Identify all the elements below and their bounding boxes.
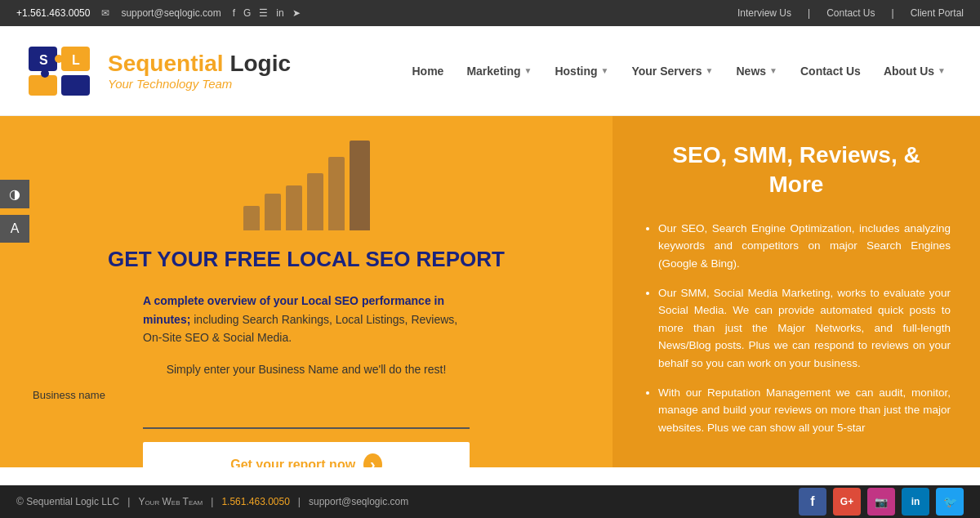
svg-text:S: S — [39, 53, 48, 67]
chevron-down-icon: ▼ — [601, 66, 609, 75]
linkedin-icon-top[interactable]: in — [276, 7, 283, 19]
left-panel-description: A complete overview of your Local SEO pe… — [143, 292, 470, 346]
interview-us-link[interactable]: Interview Us — [737, 7, 791, 19]
linkedin-icon-footer[interactable]: in — [902, 488, 929, 516]
top-bar: +1.561.463.0050 ✉ support@seqlogic.com f… — [0, 0, 980, 26]
nav-marketing[interactable]: Marketing ▼ — [457, 58, 541, 84]
header: S L Sequential Logic Your Technology Tea… — [0, 26, 980, 116]
phone-number[interactable]: +1.561.463.0050 — [16, 7, 90, 19]
footer-email[interactable]: support@seqlogic.com — [309, 496, 408, 507]
footer-divider3: | — [298, 496, 301, 507]
main-nav: Home Marketing ▼ Hosting ▼ Your Servers … — [403, 58, 956, 84]
divider1: | — [808, 7, 810, 19]
cta-arrow-icon: › — [363, 453, 382, 467]
social-icons-top: f G ☰ in ➤ — [233, 7, 301, 19]
instagram-icon-footer[interactable]: 📷 — [867, 488, 895, 516]
footer-social-icons: f G+ 📷 in 🐦 — [799, 488, 964, 516]
top-bar-right: Interview Us | Contact Us | Client Porta… — [737, 7, 964, 19]
accessibility-toggle-group: ◑ A — [0, 180, 29, 243]
logo-icon: S L — [24, 42, 98, 100]
facebook-icon-footer[interactable]: f — [799, 488, 826, 516]
svg-rect-4 — [29, 75, 57, 96]
simple-text: Simply enter your Business Name and we'l… — [167, 363, 447, 376]
contact-us-top-link[interactable]: Contact Us — [826, 7, 875, 19]
nav-your-servers[interactable]: Your Servers ▼ — [621, 58, 723, 84]
email-link[interactable]: support@seqlogic.com — [121, 7, 220, 19]
nav-about-us[interactable]: About Us ▼ — [874, 58, 956, 84]
bar-3 — [286, 185, 302, 230]
twitter-icon-footer[interactable]: 🐦 — [936, 488, 964, 516]
svg-point-7 — [41, 69, 49, 78]
chevron-down-icon: ▼ — [706, 66, 714, 75]
svg-rect-5 — [61, 75, 90, 96]
left-panel: GET YOUR FREE LOCAL SEO REPORT A complet… — [0, 116, 612, 467]
svg-point-6 — [55, 55, 63, 63]
divider2: | — [892, 7, 894, 19]
top-bar-left: +1.561.463.0050 ✉ support@seqlogic.com f… — [16, 7, 301, 19]
chevron-down-icon: ▼ — [769, 66, 777, 75]
features-list: Our SEO, Search Engine Optimization, inc… — [642, 220, 951, 437]
contrast-toggle-button[interactable]: ◑ — [0, 180, 29, 208]
logo-area: S L Sequential Logic Your Technology Tea… — [24, 42, 291, 100]
desc-rest: including Search Rankings, Local Listing… — [143, 313, 457, 344]
bar-6 — [350, 141, 370, 230]
chevron-down-icon: ▼ — [524, 66, 532, 75]
bar-2 — [265, 194, 281, 230]
footer-left: © Sequential Logic LLC | Your Web Team |… — [16, 496, 408, 507]
nav-home[interactable]: Home — [403, 58, 454, 84]
font-size-toggle-button[interactable]: A — [0, 215, 29, 243]
google-icon-top[interactable]: G — [243, 7, 251, 19]
business-name-input[interactable] — [143, 404, 470, 429]
get-report-button[interactable]: Get your report now › — [143, 442, 470, 467]
main-content: GET YOUR FREE LOCAL SEO REPORT A complet… — [0, 116, 980, 467]
bar-chart-decoration — [243, 141, 370, 230]
logo-text: Sequential Logic Your Technology Team — [108, 51, 291, 91]
feature-item-smm: Our SMM, Social Media Marketing, works t… — [658, 284, 951, 373]
client-portal-link[interactable]: Client Portal — [911, 7, 964, 19]
feature-item-reputation: With our Reputation Management we can au… — [658, 384, 951, 437]
nav-contact-us[interactable]: Contact Us — [791, 58, 871, 84]
nav-hosting[interactable]: Hosting ▼ — [545, 58, 618, 84]
nav-news[interactable]: News ▼ — [726, 58, 786, 84]
bar-5 — [328, 157, 345, 230]
google-plus-icon-footer[interactable]: G+ — [833, 488, 861, 516]
copyright-text: © Sequential Logic LLC — [16, 496, 119, 507]
bar-1 — [243, 206, 260, 230]
business-name-label: Business name — [33, 389, 359, 401]
footer-phone[interactable]: 1.561.463.0050 — [221, 496, 289, 507]
footer-divider1: | — [127, 496, 130, 507]
cta-label: Get your report now — [230, 458, 355, 467]
facebook-icon-top[interactable]: f — [233, 7, 235, 19]
bar-4 — [307, 173, 323, 230]
right-panel-heading: SEO, SMM, Reviews, & More — [642, 141, 951, 200]
twitter-icon-top[interactable]: ➤ — [292, 7, 301, 19]
web-team-text: Your Web Team — [138, 496, 203, 507]
footer-divider2: | — [211, 496, 213, 507]
email-icon: ✉ — [101, 7, 109, 19]
feature-item-seo: Our SEO, Search Engine Optimization, inc… — [658, 220, 951, 273]
footer-bar: © Sequential Logic LLC | Your Web Team |… — [0, 485, 980, 518]
right-panel: SEO, SMM, Reviews, & More Our SEO, Searc… — [612, 116, 980, 467]
chevron-down-icon: ▼ — [938, 66, 946, 75]
tagline: Your Technology Team — [108, 77, 291, 91]
svg-text:L: L — [72, 53, 80, 67]
left-panel-heading: GET YOUR FREE LOCAL SEO REPORT — [108, 247, 505, 272]
brand-name: Sequential Logic — [108, 51, 291, 77]
brand-accent: Sequential — [108, 51, 229, 76]
instagram-icon-top[interactable]: ☰ — [259, 7, 268, 19]
